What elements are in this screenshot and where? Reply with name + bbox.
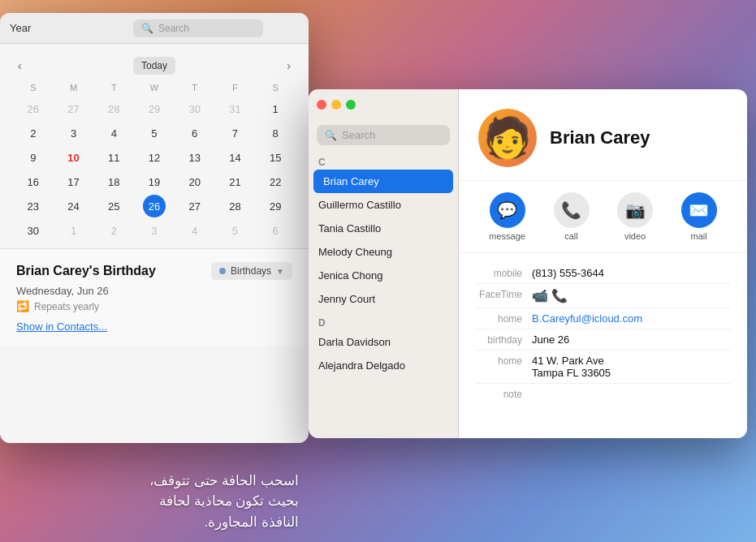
- cal-day[interactable]: 1: [63, 219, 85, 242]
- contacts-window: 🔍 C Brian Carey Guillermo Castillo Tania…: [309, 89, 747, 438]
- cal-day[interactable]: 21: [223, 170, 246, 193]
- calendar-search-bar[interactable]: 🔍 Search: [133, 19, 263, 37]
- facetime-value: 📹 📞: [532, 288, 731, 303]
- event-repeat-text: Repeats yearly: [34, 301, 99, 312]
- cal-day-today[interactable]: 26: [143, 195, 166, 217]
- video-action-button[interactable]: 📷 video: [617, 192, 653, 241]
- note-row: note: [475, 384, 731, 404]
- contacts-titlebar: [309, 89, 458, 120]
- search-icon: 🔍: [141, 23, 153, 34]
- cal-day[interactable]: 12: [143, 146, 166, 169]
- cal-day[interactable]: 31: [223, 97, 246, 120]
- home-address-row: home 41 W. Park AveTampa FL 33605: [475, 351, 731, 384]
- cal-day[interactable]: 9: [22, 146, 45, 169]
- cal-day[interactable]: 7: [223, 122, 246, 144]
- home-email-label: home: [475, 312, 532, 325]
- minimize-button[interactable]: [331, 100, 341, 110]
- cal-day[interactable]: 27: [184, 195, 206, 217]
- cal-day[interactable]: 3: [63, 122, 85, 144]
- contact-actions: 💬 message 📞 call 📷 video ✉️ mail: [459, 181, 747, 253]
- cal-day[interactable]: 5: [143, 122, 166, 144]
- cal-day[interactable]: 16: [22, 170, 45, 193]
- home-address-label: home: [475, 355, 532, 367]
- birthday-label: birthday: [475, 333, 532, 346]
- repeat-icon: 🔁: [16, 300, 29, 312]
- cal-day[interactable]: 24: [63, 195, 85, 217]
- day-header-w: W: [134, 81, 175, 94]
- cal-day[interactable]: 14: [223, 146, 246, 169]
- maximize-button[interactable]: [346, 100, 356, 110]
- show-in-contacts-link[interactable]: Show in Contacts...: [16, 320, 292, 333]
- calendar-view-label: Year: [10, 22, 31, 34]
- cal-day[interactable]: 25: [102, 195, 125, 217]
- contact-item-jenny-court[interactable]: Jenny Court: [309, 287, 458, 311]
- day-header-m: M: [54, 81, 94, 94]
- cal-day[interactable]: 15: [264, 146, 287, 169]
- cal-day[interactable]: 13: [184, 146, 206, 169]
- message-action-button[interactable]: 💬 message: [489, 192, 525, 241]
- home-email-value[interactable]: B.Careyful@icloud.com: [532, 312, 731, 325]
- cal-day[interactable]: 11: [102, 146, 125, 169]
- close-button[interactable]: [317, 100, 326, 110]
- contact-item-darla-davidson[interactable]: Darla Davidson: [309, 330, 458, 354]
- cal-day[interactable]: 27: [63, 97, 85, 120]
- cal-day[interactable]: 17: [63, 170, 85, 193]
- contact-avatar: 🧑: [478, 109, 537, 167]
- contacts-search-input[interactable]: [342, 129, 442, 141]
- cal-day[interactable]: 18: [102, 170, 125, 193]
- contact-item-brian-carey[interactable]: Brian Carey: [313, 170, 453, 193]
- mail-action-button[interactable]: ✉️ mail: [681, 192, 717, 241]
- cal-day[interactable]: 4: [184, 219, 206, 242]
- mobile-row: mobile (813) 555-3644: [475, 263, 731, 284]
- cal-day[interactable]: 28: [102, 97, 125, 120]
- calendar-search-area: 🔍 Search: [97, 19, 299, 37]
- cal-day[interactable]: 6: [264, 219, 287, 242]
- event-title: Brian Carey's Birthday: [16, 264, 156, 278]
- cal-day[interactable]: 20: [184, 170, 206, 193]
- cal-day[interactable]: 2: [22, 122, 45, 144]
- cal-day[interactable]: 5: [223, 219, 246, 242]
- message-icon: 💬: [490, 192, 525, 228]
- cal-day[interactable]: 1: [264, 97, 287, 120]
- cal-day[interactable]: 3: [143, 219, 166, 242]
- contact-item-jenica-chong[interactable]: Jenica Chong: [309, 264, 458, 287]
- cal-day[interactable]: 29: [143, 97, 166, 120]
- calendar-header-row: ‹ Today ›: [13, 50, 296, 81]
- annotation-content: اسحب الحافة حتى تتوقف،بحيث تكون محاذية ل…: [149, 473, 299, 530]
- cal-day[interactable]: 6: [184, 122, 206, 144]
- cal-day[interactable]: 2: [102, 219, 125, 242]
- cal-day[interactable]: 23: [22, 195, 45, 217]
- day-headers: S M T W T F S: [13, 81, 296, 94]
- contact-item-guillermo-castillo[interactable]: Guillermo Castillo: [309, 193, 458, 217]
- video-icon: 📷: [617, 192, 653, 228]
- mobile-value: (813) 555-3644: [532, 267, 731, 279]
- cal-day[interactable]: 19: [143, 170, 166, 193]
- contact-item-alejandra-delgado[interactable]: Alejandra Delgado: [309, 354, 458, 377]
- contact-item-melody-cheung[interactable]: Melody Cheung: [309, 240, 458, 264]
- call-action-button[interactable]: 📞 call: [554, 192, 590, 241]
- event-calendar-badge: Birthdays ▼: [211, 262, 292, 280]
- birthday-value: June 26: [532, 333, 731, 346]
- cal-day[interactable]: 30: [184, 97, 206, 120]
- contacts-search-bar[interactable]: 🔍: [317, 125, 450, 145]
- cal-day[interactable]: 4: [102, 122, 125, 144]
- cal-day[interactable]: 30: [22, 219, 45, 242]
- cal-day-red[interactable]: 10: [63, 146, 85, 169]
- cal-day[interactable]: 8: [264, 122, 287, 144]
- section-letter-c: C: [309, 150, 458, 170]
- calendar-grid: S M T W T F S 26 27 28 29 30 31 1: [13, 81, 296, 242]
- event-detail: Brian Carey's Birthday Birthdays ▼ Wedne…: [0, 248, 309, 346]
- cal-day[interactable]: 26: [22, 97, 45, 120]
- today-button[interactable]: Today: [133, 57, 175, 75]
- prev-month-button[interactable]: ‹: [13, 58, 27, 74]
- calendar-window: Year 🔍 Search ‹ Today › S M T W T F S: [0, 13, 309, 443]
- next-month-button[interactable]: ›: [282, 58, 296, 74]
- contact-item-tania-castillo[interactable]: Tania Castillo: [309, 217, 458, 240]
- mail-icon: ✉️: [681, 192, 717, 228]
- search-icon: 🔍: [325, 130, 337, 141]
- cal-day[interactable]: 22: [264, 170, 287, 193]
- cal-day[interactable]: 29: [264, 195, 287, 217]
- cal-day[interactable]: 28: [223, 195, 246, 217]
- call-label: call: [564, 231, 578, 241]
- event-title-row: Brian Carey's Birthday Birthdays ▼: [16, 262, 292, 280]
